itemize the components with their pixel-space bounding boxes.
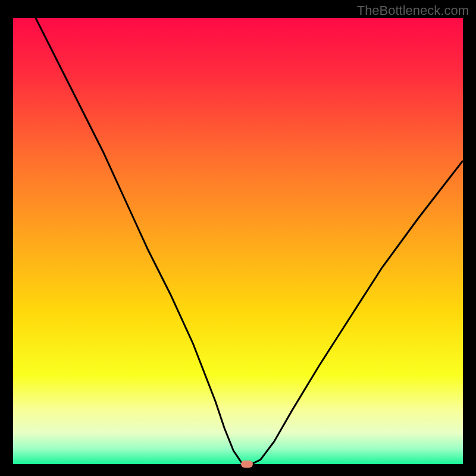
chart-container: TheBottleneck.com bbox=[0, 0, 476, 476]
optimal-point-marker bbox=[241, 461, 253, 468]
watermark-text: TheBottleneck.com bbox=[357, 3, 469, 18]
plot-area bbox=[13, 18, 463, 464]
gradient-background bbox=[13, 18, 463, 464]
chart-svg bbox=[13, 18, 463, 464]
